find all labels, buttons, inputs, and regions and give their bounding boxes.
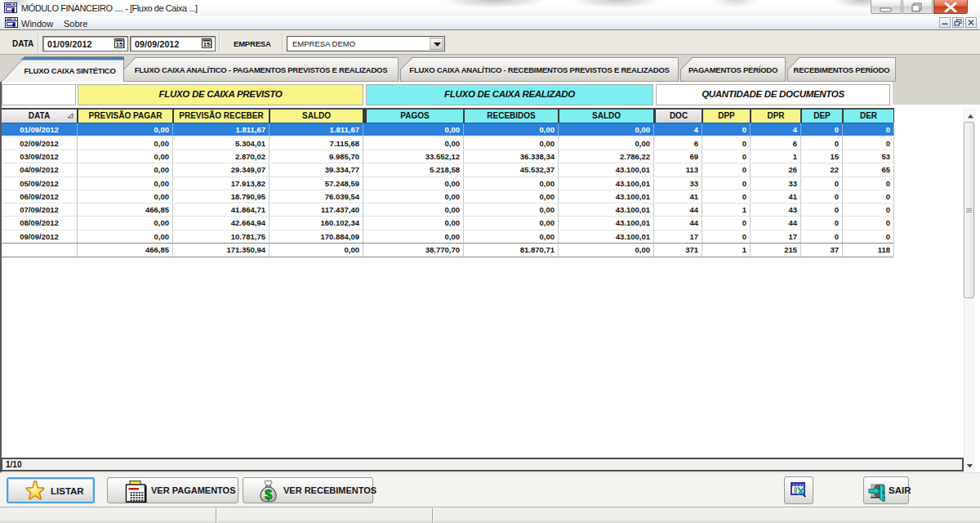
svg-text:$: $ [265,487,272,502]
svg-text:15: 15 [203,41,210,48]
svg-text:15: 15 [116,41,122,48]
